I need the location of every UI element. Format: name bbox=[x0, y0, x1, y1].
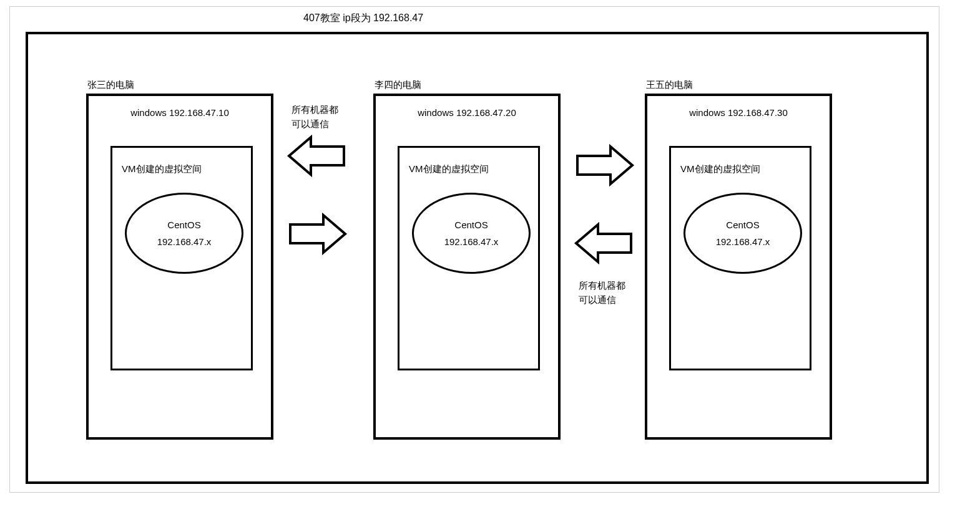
pc3-guest-ip: 192.168.47.x bbox=[716, 233, 770, 250]
comm-note-2-line1: 所有机器都 bbox=[579, 279, 625, 293]
comm-note-1: 所有机器都 可以通信 bbox=[292, 103, 338, 131]
pc2-guest-os: CentOS bbox=[454, 216, 488, 233]
pc2-vm-box: VM创建的虚拟空间 CentOS 192.168.47.x bbox=[398, 146, 540, 370]
pc1-owner-label: 张三的电脑 bbox=[87, 79, 134, 91]
comm-note-2-line2: 可以通信 bbox=[579, 293, 625, 307]
classroom-box: 张三的电脑 windows 192.168.47.10 VM创建的虚拟空间 Ce… bbox=[26, 32, 929, 484]
pc2-box: windows 192.168.47.20 VM创建的虚拟空间 CentOS 1… bbox=[373, 94, 561, 440]
pc2-guest-ellipse: CentOS 192.168.47.x bbox=[412, 193, 531, 274]
pc1-vm-label: VM创建的虚拟空间 bbox=[122, 163, 202, 175]
pc1-guest-ip: 192.168.47.x bbox=[157, 233, 212, 250]
pc1-os-label: windows 192.168.47.10 bbox=[89, 107, 271, 118]
pc3-vm-box: VM创建的虚拟空间 CentOS 192.168.47.x bbox=[669, 146, 811, 370]
pc3-vm-label: VM创建的虚拟空间 bbox=[680, 163, 760, 175]
pc3-os-label: windows 192.168.47.30 bbox=[647, 107, 830, 118]
pc1-vm-box: VM创建的虚拟空间 CentOS 192.168.47.x bbox=[110, 146, 253, 370]
comm-note-2: 所有机器都 可以通信 bbox=[579, 279, 625, 307]
pc1-guest-os: CentOS bbox=[167, 216, 200, 233]
diagram-title: 407教室 ip段为 192.168.47 bbox=[303, 12, 553, 25]
pc2-guest-ip: 192.168.47.x bbox=[444, 233, 499, 250]
comm-note-1-line1: 所有机器都 bbox=[292, 103, 338, 117]
pc2-owner-label: 李四的电脑 bbox=[375, 79, 421, 91]
pc1-box: windows 192.168.47.10 VM创建的虚拟空间 CentOS 1… bbox=[86, 94, 273, 440]
diagram-canvas: 407教室 ip段为 192.168.47 张三的电脑 windows 192.… bbox=[9, 6, 939, 493]
pc3-guest-ellipse: CentOS 192.168.47.x bbox=[684, 193, 802, 274]
pc1-guest-ellipse: CentOS 192.168.47.x bbox=[125, 193, 243, 274]
pc3-box: windows 192.168.47.30 VM创建的虚拟空间 CentOS 1… bbox=[645, 94, 832, 440]
comm-note-1-line2: 可以通信 bbox=[292, 117, 338, 132]
pc3-owner-label: 王五的电脑 bbox=[646, 79, 693, 91]
pc3-guest-os: CentOS bbox=[726, 216, 759, 233]
arrow-left-icon bbox=[286, 134, 348, 178]
arrow-right-icon-2 bbox=[573, 143, 635, 187]
arrow-right-icon bbox=[286, 212, 348, 256]
pc2-os-label: windows 192.168.47.20 bbox=[376, 107, 558, 118]
arrow-left-icon-2 bbox=[573, 221, 635, 265]
pc2-vm-label: VM创建的虚拟空间 bbox=[409, 163, 489, 175]
